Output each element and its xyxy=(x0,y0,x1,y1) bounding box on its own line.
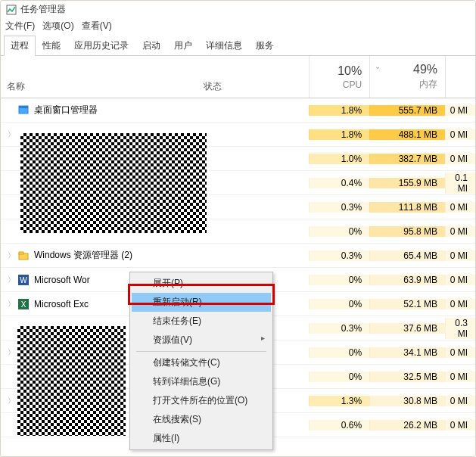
disk-cell: 0 MI xyxy=(445,396,475,406)
menu-restart[interactable]: 重新启动(R) xyxy=(132,293,271,312)
tab-users[interactable]: 用户 xyxy=(167,36,199,56)
redacted-block xyxy=(17,326,126,436)
sort-down-icon: ⌄ xyxy=(375,62,381,70)
cpu-cell: 1.8% xyxy=(309,105,369,116)
disk-cell: 0 MI xyxy=(445,202,475,213)
disk-cell: 0 MI xyxy=(445,250,475,261)
svg-text:W: W xyxy=(20,276,27,284)
memory-cell: 32.5 MB xyxy=(369,372,445,382)
process-name: Microsoft Wor xyxy=(34,275,90,285)
cpu-cell: 0% xyxy=(309,299,369,309)
table-row[interactable]: 〉Windows 资源管理器 (2)0.3%65.4 MB0 MI xyxy=(1,244,475,268)
menu-dump[interactable]: 创建转储文件(C) xyxy=(132,353,271,372)
process-name: Windows 资源管理器 (2) xyxy=(34,249,132,262)
redacted-block xyxy=(20,133,207,233)
disk-cell: 0 MI xyxy=(445,226,475,237)
disk-cell: 0 MI xyxy=(445,154,475,164)
memory-cell: 26.2 MB xyxy=(369,420,445,431)
expand-icon[interactable]: 〉 xyxy=(7,396,16,406)
expand-icon[interactable]: 〉 xyxy=(7,347,16,358)
process-name-cell: 桌面窗口管理器 xyxy=(1,104,198,117)
folder-yellow-icon xyxy=(17,250,30,262)
col-cpu-header[interactable]: 10% CPU xyxy=(309,56,369,98)
svg-rect-4 xyxy=(19,252,23,254)
disk-cell: 0 MI xyxy=(445,105,475,116)
tab-history[interactable]: 应用历史记录 xyxy=(67,36,135,56)
memory-cell: 555.7 MB xyxy=(369,105,445,116)
cpu-cell: 1.0% xyxy=(309,154,369,164)
menu-view[interactable]: 查看(V) xyxy=(82,20,112,33)
disk-cell: 0 MI xyxy=(445,275,475,285)
disk-cell: 0 MI xyxy=(445,299,475,309)
menu-file[interactable]: 文件(F) xyxy=(5,20,35,33)
cpu-cell: 1.8% xyxy=(309,129,369,140)
menu-goto-details[interactable]: 转到详细信息(G) xyxy=(132,372,271,391)
cpu-cell: 1.3% xyxy=(309,396,369,406)
window-title: 任务管理器 xyxy=(20,3,66,16)
memory-cell: 155.9 MB xyxy=(369,178,445,188)
svg-text:X: X xyxy=(21,300,26,309)
menu-open-location[interactable]: 打开文件所在的位置(O) xyxy=(132,391,271,410)
cpu-cell: 0.4% xyxy=(309,178,369,188)
tab-details[interactable]: 详细信息 xyxy=(199,36,249,56)
tabs: 进程 性能 应用历史记录 启动 用户 详细信息 服务 xyxy=(1,36,475,56)
disk-cell: 0 MI xyxy=(445,347,475,358)
cpu-cell: 0.6% xyxy=(309,420,369,431)
memory-cell: 95.8 MB xyxy=(369,226,445,237)
cpu-cell: 0% xyxy=(309,372,369,382)
table-row[interactable]: 桌面窗口管理器1.8%555.7 MB0 MI xyxy=(1,98,475,123)
cpu-cell: 0.3% xyxy=(309,323,369,334)
col-disk-header[interactable] xyxy=(445,56,475,98)
memory-cell: 37.6 MB xyxy=(369,323,445,334)
menu-end-task[interactable]: 结束任务(E) xyxy=(132,312,271,331)
memory-cell: 488.1 MB xyxy=(369,129,445,140)
menu-resource[interactable]: 资源值(V) xyxy=(132,331,271,350)
memory-cell: 63.9 MB xyxy=(369,275,445,285)
expand-icon[interactable]: 〉 xyxy=(7,275,16,285)
memory-cell: 111.8 MB xyxy=(369,202,445,213)
disk-cell: 0 MI xyxy=(445,129,475,140)
col-mem-header[interactable]: ⌄ 49% 内存 xyxy=(369,56,445,98)
memory-cell: 30.8 MB xyxy=(369,396,445,406)
cpu-cell: 0.3% xyxy=(309,202,369,213)
tab-startup[interactable]: 启动 xyxy=(135,36,167,56)
col-state-header[interactable]: 状态 xyxy=(198,56,310,98)
mem-percent: 49% xyxy=(413,63,437,76)
col-name-header[interactable]: 名称 xyxy=(1,56,198,98)
cpu-percent: 10% xyxy=(338,64,362,78)
menu-expand[interactable]: 展开(P) xyxy=(132,274,271,293)
expand-icon[interactable]: 〉 xyxy=(7,129,16,140)
process-name-cell: 〉Windows 资源管理器 (2) xyxy=(1,249,198,262)
word-blue-icon: W xyxy=(17,274,30,286)
menu-bar: 文件(F) 选项(O) 查看(V) xyxy=(1,18,475,36)
tab-processes[interactable]: 进程 xyxy=(4,36,36,56)
cpu-cell: 0% xyxy=(309,275,369,285)
column-headers: 名称 状态 10% CPU ⌄ 49% 内存 xyxy=(1,56,475,98)
tab-performance[interactable]: 性能 xyxy=(36,36,67,56)
memory-cell: 65.4 MB xyxy=(369,250,445,261)
cpu-label: CPU xyxy=(343,79,362,90)
excel-green-icon: X xyxy=(17,298,30,310)
menu-separator xyxy=(136,351,266,352)
menu-properties[interactable]: 属性(I) xyxy=(132,429,271,448)
memory-cell: 52.1 MB xyxy=(369,299,445,309)
memory-cell: 34.1 MB xyxy=(369,347,445,358)
disk-cell: 0.1 MI xyxy=(445,173,475,194)
disk-cell: 0.3 MI xyxy=(445,318,475,339)
cpu-cell: 0% xyxy=(309,347,369,358)
expand-icon[interactable]: 〉 xyxy=(7,250,16,261)
context-menu: 展开(P) 重新启动(R) 结束任务(E) 资源值(V) 创建转储文件(C) 转… xyxy=(129,272,273,450)
disk-cell: 0 MI xyxy=(445,420,475,431)
mem-label: 内存 xyxy=(419,78,437,91)
svg-rect-2 xyxy=(19,106,28,108)
expand-icon[interactable]: 〉 xyxy=(7,299,16,309)
taskmgr-icon xyxy=(5,4,17,16)
disk-cell: 0 MI xyxy=(445,372,475,382)
cpu-cell: 0% xyxy=(309,226,369,237)
menu-options[interactable]: 选项(O) xyxy=(42,20,73,33)
process-name: Microsoft Exc xyxy=(34,299,89,309)
menu-search-online[interactable]: 在线搜索(S) xyxy=(132,410,271,429)
tab-services[interactable]: 服务 xyxy=(249,36,281,56)
cpu-cell: 0.3% xyxy=(309,250,369,261)
process-name: 桌面窗口管理器 xyxy=(34,104,98,117)
